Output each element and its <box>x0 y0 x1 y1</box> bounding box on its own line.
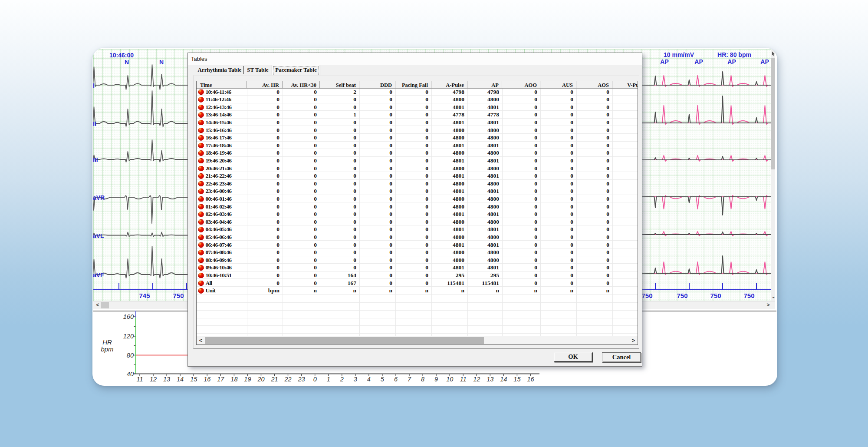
svg-text:II: II <box>93 120 96 127</box>
svg-text:AP: AP <box>727 58 736 65</box>
svg-text:750: 750 <box>173 292 184 299</box>
svg-text:11: 11 <box>136 376 143 383</box>
svg-text:aVR: aVR <box>93 194 105 201</box>
svg-text:16: 16 <box>204 376 211 383</box>
svg-text:10 mm/mV: 10 mm/mV <box>664 51 694 58</box>
svg-text:bpm: bpm <box>101 345 113 353</box>
svg-text:750: 750 <box>677 292 687 299</box>
svg-text:10:46:00: 10:46:00 <box>109 52 134 59</box>
svg-text:20: 20 <box>257 376 264 383</box>
svg-text:750: 750 <box>710 292 721 299</box>
svg-text:13: 13 <box>487 376 493 383</box>
svg-text:III: III <box>93 156 98 163</box>
svg-text:AP: AP <box>694 58 703 65</box>
svg-text:14: 14 <box>500 376 507 383</box>
svg-text:HR: HR <box>102 338 112 346</box>
svg-text:AP: AP <box>660 58 668 65</box>
svg-text:aVF: aVF <box>93 272 104 278</box>
svg-text:6: 6 <box>394 376 398 383</box>
svg-text:2: 2 <box>340 376 344 383</box>
svg-text:5: 5 <box>381 376 385 383</box>
svg-text:14: 14 <box>177 376 184 383</box>
svg-text:80: 80 <box>127 352 134 359</box>
svg-text:15: 15 <box>513 376 521 383</box>
svg-text:AP: AP <box>760 58 769 65</box>
svg-text:18: 18 <box>230 376 237 383</box>
svg-text:7: 7 <box>408 376 411 383</box>
svg-text:4: 4 <box>367 376 371 383</box>
svg-text:12: 12 <box>150 376 157 383</box>
svg-text:22: 22 <box>284 376 291 383</box>
svg-text:11: 11 <box>460 376 467 383</box>
svg-text:I: I <box>93 82 95 89</box>
svg-text:750: 750 <box>642 292 653 299</box>
svg-text:745: 745 <box>139 292 150 299</box>
svg-text:12: 12 <box>473 376 480 383</box>
svg-text:HR: 80 bpm: HR: 80 bpm <box>717 51 751 58</box>
svg-text:750: 750 <box>743 292 754 299</box>
svg-text:0: 0 <box>313 376 317 383</box>
svg-text:17: 17 <box>217 376 224 383</box>
svg-text:23: 23 <box>298 376 305 383</box>
svg-text:16: 16 <box>527 376 534 383</box>
svg-text:1: 1 <box>327 376 330 383</box>
svg-text:10: 10 <box>446 376 453 383</box>
svg-text:160: 160 <box>123 313 134 320</box>
svg-text:13: 13 <box>163 376 170 383</box>
svg-text:aVL: aVL <box>93 232 104 239</box>
svg-text:8: 8 <box>421 376 424 383</box>
svg-text:N: N <box>159 59 164 66</box>
svg-text:19: 19 <box>244 376 251 383</box>
svg-text:N: N <box>125 59 129 66</box>
svg-text:3: 3 <box>354 376 357 383</box>
svg-text:21: 21 <box>270 376 278 383</box>
svg-text:9: 9 <box>434 376 438 383</box>
svg-text:40: 40 <box>127 371 134 377</box>
svg-text:120: 120 <box>123 333 134 340</box>
svg-text:15: 15 <box>190 376 197 383</box>
